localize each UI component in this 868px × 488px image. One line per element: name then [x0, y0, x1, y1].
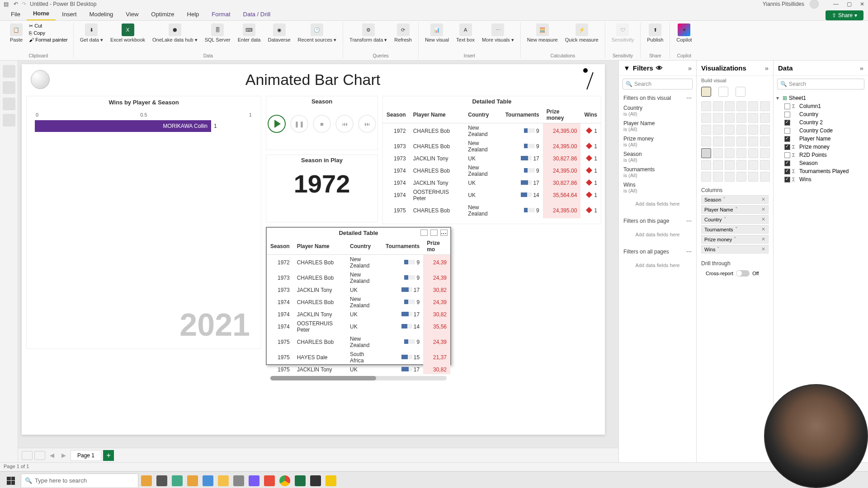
viz-type-icon[interactable] — [725, 160, 735, 170]
prev-button[interactable]: ⏮ — [335, 115, 354, 133]
filter-card[interactable]: Winsis (All) — [623, 180, 692, 195]
task-view-icon[interactable] — [155, 474, 169, 488]
viz-type-icon[interactable] — [748, 172, 758, 182]
viz-type-icon[interactable] — [748, 160, 758, 170]
analytics-mode-icon[interactable] — [736, 87, 745, 97]
page-prev-icon[interactable]: ◀ — [47, 452, 57, 459]
field-pill[interactable]: Prize money˅✕ — [701, 235, 769, 244]
table-header[interactable]: Player Name — [410, 107, 465, 123]
season-in-play-visual[interactable]: Season in Play 1972 — [266, 155, 378, 222]
table-header[interactable]: Player Name — [293, 238, 346, 255]
viz-type-icon[interactable] — [713, 101, 723, 111]
task-app-7[interactable] — [262, 474, 277, 488]
new-visual-button[interactable]: 📊New visual — [422, 23, 452, 43]
focus-icon[interactable] — [430, 230, 438, 236]
viz-type-icon[interactable] — [701, 148, 711, 158]
text-box-button[interactable]: AText box — [453, 23, 477, 43]
field-checkbox[interactable] — [784, 144, 790, 150]
viz-type-icon[interactable] — [760, 160, 770, 170]
report-canvas[interactable]: Animated Bar Chart Wins by Player & Seas… — [22, 64, 605, 435]
viz-type-icon[interactable] — [748, 148, 758, 158]
more-icon[interactable]: ⋯ — [686, 95, 692, 101]
pause-button[interactable]: ❚❚ — [290, 115, 308, 133]
table-header[interactable]: Season — [383, 107, 410, 123]
viz-type-icon[interactable] — [725, 125, 735, 135]
start-button[interactable] — [2, 474, 20, 488]
viz-type-icon[interactable] — [725, 136, 735, 146]
copy-button[interactable]: ⎘ Copy — [27, 30, 70, 36]
filters-search[interactable]: 🔍 Search — [623, 79, 693, 89]
field-checkbox[interactable] — [784, 169, 790, 174]
detailed-table-1[interactable]: Detailed Table SeasonPlayer NameCountryT… — [382, 96, 601, 224]
task-app-4[interactable] — [201, 474, 215, 488]
viz-type-icon[interactable] — [701, 113, 711, 123]
dataverse-button[interactable]: ◉Dataverse — [265, 23, 293, 43]
table-row[interactable]: 1974JACKLIN TonyUK 1730,827.86 1 — [383, 178, 601, 188]
viz-type-icon[interactable] — [760, 113, 770, 123]
desktop-layout-icon[interactable] — [22, 451, 33, 460]
task-app-3[interactable] — [185, 474, 200, 488]
excel-button[interactable]: XExcel workbook — [108, 23, 148, 43]
copilot-button[interactable]: ✦Copilot — [674, 23, 694, 43]
get-data-button[interactable]: ⬇Get data ▾ — [77, 23, 106, 43]
table-row[interactable]: 1972CHARLES BobNew Zealand 924,39 — [267, 255, 450, 271]
table-row[interactable]: 1974OOSTERHUIS PeterUK 1435,56 — [267, 319, 450, 334]
viz-type-icon[interactable] — [701, 125, 711, 135]
model-view-icon[interactable] — [3, 98, 15, 110]
new-measure-button[interactable]: 🧮New measure — [524, 23, 561, 43]
viz-type-icon[interactable] — [760, 101, 770, 111]
field-item[interactable]: ΣWins — [776, 175, 865, 183]
field-checkbox[interactable] — [784, 120, 790, 126]
viz-type-icon[interactable] — [736, 160, 746, 170]
play-button[interactable] — [268, 115, 286, 133]
viz-type-icon[interactable] — [713, 148, 723, 158]
table-header[interactable]: Tournaments — [382, 238, 423, 255]
viz-type-icon[interactable] — [713, 136, 723, 146]
table-row[interactable]: 1972CHARLES BobNew Zealand 924,395.00 1 — [383, 123, 601, 139]
page-next-icon[interactable]: ▶ — [59, 452, 69, 459]
viz-type-icon[interactable] — [760, 172, 770, 182]
field-checkbox[interactable] — [784, 152, 790, 158]
viz-type-icon[interactable] — [725, 101, 735, 111]
table-row[interactable]: 1975HAYES DaleSouth Africa 1521,37 — [267, 350, 450, 365]
field-pill[interactable]: Season˅✕ — [701, 195, 769, 204]
recent-sources-button[interactable]: 🕐Recent sources ▾ — [295, 23, 340, 43]
add-page-button[interactable]: + — [103, 450, 114, 461]
field-item[interactable]: Season — [776, 159, 865, 167]
viz-type-icon[interactable] — [736, 136, 746, 146]
tab-modeling[interactable]: Modeling — [83, 8, 120, 20]
field-checkbox[interactable] — [784, 136, 790, 142]
field-item[interactable]: ΣR2D Points — [776, 151, 865, 159]
viz-type-icon[interactable] — [748, 113, 758, 123]
task-app-1[interactable] — [139, 474, 154, 488]
table-node[interactable]: ▾⊞Sheet1 — [776, 94, 865, 102]
excel-icon[interactable] — [293, 474, 307, 488]
field-item[interactable]: Player Name — [776, 135, 865, 143]
table-row[interactable]: 1974OOSTERHUIS PeterUK 1435,564.64 1 — [383, 188, 601, 203]
field-pill[interactable]: Wins˅✕ — [701, 245, 769, 253]
table-row[interactable]: 1974JACKLIN TonyUK 1730,82 — [267, 310, 450, 319]
collapse-viz-icon[interactable]: » — [765, 64, 769, 72]
table-header[interactable]: Country — [346, 238, 382, 255]
file-explorer-icon[interactable] — [216, 474, 231, 488]
field-pill[interactable]: Player Name˅✕ — [701, 205, 769, 214]
add-filter-all[interactable]: Add data fields here — [623, 257, 692, 274]
filter-card[interactable]: Player Nameis (All) — [623, 118, 692, 134]
sql-button[interactable]: 🗄SQL Server — [202, 23, 233, 43]
close-icon[interactable]: ✕ — [860, 1, 864, 7]
maximize-icon[interactable]: ▢ — [847, 1, 852, 7]
taskbar-search[interactable]: 🔍 Type here to search — [21, 474, 138, 488]
viz-type-icon[interactable] — [713, 125, 723, 135]
refresh-button[interactable]: ⟳Refresh — [392, 23, 415, 43]
task-app-6[interactable] — [247, 474, 261, 488]
viz-type-icon[interactable] — [736, 148, 746, 158]
field-item[interactable]: ΣTournaments Played — [776, 167, 865, 175]
filter-card[interactable]: Tournamentsis (All) — [623, 164, 692, 180]
viz-type-icon[interactable] — [701, 136, 711, 146]
collapse-data-icon[interactable]: » — [860, 64, 863, 72]
table-header[interactable]: Prize mo — [423, 238, 450, 255]
publish-button[interactable]: ⬆Publish — [644, 23, 666, 43]
viz-type-icon[interactable] — [748, 136, 758, 146]
table-view-icon[interactable] — [3, 81, 15, 94]
viz-type-icon[interactable] — [736, 125, 746, 135]
